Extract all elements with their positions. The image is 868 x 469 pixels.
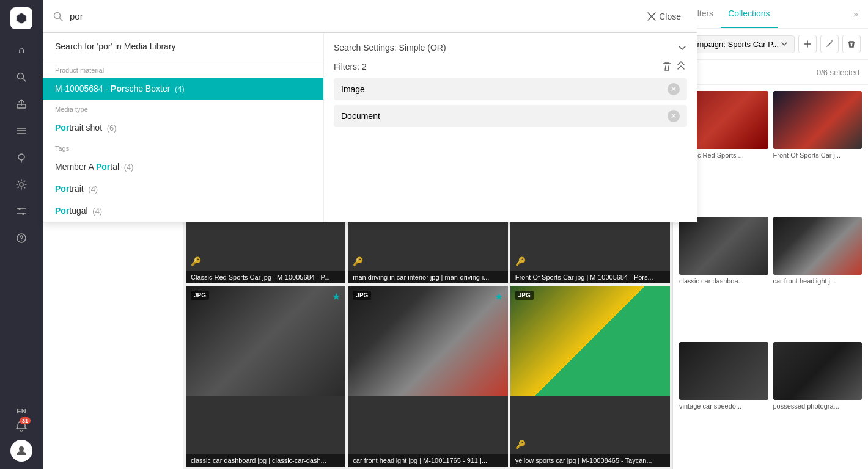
collection-item-label: Front Of Sports Car j... [773, 151, 862, 159]
search-dropdown: Search for 'por' in Media Library Produc… [43, 33, 697, 222]
search-bar: Close [43, 0, 697, 33]
left-sidebar: ⌂ EN 31 [0, 0, 43, 469]
close-icon [647, 12, 657, 21]
filter-collapse-icon[interactable] [676, 61, 687, 72]
svg-point-12 [22, 213, 24, 215]
right-panel: Filters Collections » Campaign: Sports C… [672, 0, 868, 469]
section-tags: Tags [43, 139, 323, 156]
media-item-label: classic car dashboard jpg | classic-car-… [186, 454, 345, 467]
notification-count: 31 [20, 417, 31, 424]
media-item[interactable]: JPG ★ car front headlight jpg | M-100117… [348, 286, 507, 467]
menu-icon[interactable] [10, 120, 32, 142]
filter-chip-document-label: Document [341, 111, 380, 121]
plus-icon [803, 39, 812, 49]
collection-item-label: car front headlight j... [773, 277, 862, 285]
delete-collection-button[interactable] [842, 35, 861, 53]
collection-thumbnail [773, 217, 862, 275]
suggestion-portrait[interactable]: Portrait (4) [43, 178, 323, 200]
key-icon: 🔑 [191, 256, 201, 266]
filter-actions [661, 61, 687, 72]
suggestion-portugal[interactable]: Portugal (4) [43, 200, 323, 222]
filter-clear-icon[interactable] [661, 61, 672, 72]
item-id: M-10005684 - [55, 84, 111, 93]
user-avatar[interactable] [10, 440, 32, 462]
gear-icon[interactable] [10, 173, 32, 195]
suggestion-member-a-portal[interactable]: Member A Portal (4) [43, 156, 323, 178]
share-icon[interactable] [10, 93, 32, 115]
search-in-library-link[interactable]: Search for 'por' in Media Library [43, 33, 323, 60]
search-settings-label: Search Settings: Simple (OR) [334, 43, 446, 53]
filter-chip-document-remove[interactable]: ✕ [668, 110, 680, 122]
notification-button[interactable]: 31 [15, 420, 28, 435]
svg-line-17 [60, 18, 63, 21]
key-icon: 🔑 [353, 256, 363, 266]
map-icon[interactable] [10, 147, 32, 169]
filter-chip-image-label: Image [341, 84, 365, 94]
app-logo[interactable] [10, 7, 32, 29]
media-item-label: Front Of Sports Car jpg | M-10005684 - P… [510, 271, 670, 283]
media-item-label: man driving in car interior jpg | man-dr… [348, 271, 507, 283]
key-icon: 🔑 [515, 256, 526, 266]
svg-point-6 [18, 154, 24, 160]
edit-icon [825, 39, 834, 49]
media-thumbnail [186, 286, 345, 396]
search-close-button[interactable]: Close [641, 8, 687, 25]
help-icon[interactable] [10, 227, 32, 249]
search-icon[interactable] [10, 66, 32, 88]
search-input[interactable] [70, 11, 641, 21]
tab-collections[interactable]: Collections [721, 0, 777, 28]
section-product-material: Product material [43, 60, 323, 78]
collection-item[interactable]: classic car dashboa... [679, 217, 768, 338]
collection-item[interactable]: vintage car speedo... [679, 342, 768, 463]
collections-status: ⋮ 0/6 selected [673, 60, 868, 85]
collection-item[interactable]: Front Of Sports Car j... [773, 91, 862, 212]
media-thumbnail [348, 286, 507, 396]
media-item-label: Classic Red Sports Car jpg | M-10005684 … [186, 271, 345, 283]
chevron-down-icon [781, 40, 788, 48]
media-item-label: car front headlight jpg | M-10011765 - 9… [348, 454, 507, 467]
search-settings[interactable]: Search Settings: Simple (OR) [334, 43, 687, 53]
star-icon[interactable]: ★ [495, 291, 503, 302]
filter-chip-document: Document ✕ [334, 105, 687, 127]
section-media-type: Media type [43, 100, 323, 117]
suggestion-portrait-shot[interactable]: Portrait shot (6) [43, 117, 323, 139]
svg-point-11 [18, 208, 21, 210]
media-type-badge: JPG [191, 291, 209, 300]
media-item[interactable]: JPG ★ classic car dashboard jpg | classi… [186, 286, 345, 467]
collection-item-label: classic car dashboa... [679, 277, 768, 285]
collections-toolbar: Campaign: Sports Car P... [673, 29, 868, 60]
collection-thumbnail [773, 342, 862, 400]
filter-chip-image-remove[interactable]: ✕ [668, 83, 680, 95]
suggestion-porsche-boxter[interactable]: M-10005684 - Porsche Boxter (4) [43, 78, 323, 100]
sliders-icon[interactable] [10, 200, 32, 222]
chevron-down-icon [677, 43, 687, 53]
right-panel-header: Filters Collections » [673, 0, 868, 29]
expand-icon[interactable]: » [853, 9, 858, 19]
svg-point-15 [19, 446, 24, 451]
campaign-select-label: Campaign: Sports Car P... [687, 40, 779, 49]
trash-icon [847, 39, 856, 49]
search-overlay: Close Search for 'por' in Media Library … [43, 0, 697, 222]
add-to-collection-button[interactable] [798, 35, 817, 53]
svg-line-1 [23, 79, 26, 82]
selected-count: 0/6 selected [817, 68, 859, 77]
dropdown-filters: Search Settings: Simple (OR) Filters: 2 … [324, 33, 697, 222]
media-type-badge: JPG [515, 291, 534, 300]
collection-item-label: vintage car speedo... [679, 402, 768, 410]
campaign-select[interactable]: Campaign: Sports Car P... [680, 35, 795, 53]
collection-thumbnail [679, 217, 768, 275]
collection-thumbnail [679, 342, 768, 400]
home-icon[interactable]: ⌂ [10, 39, 32, 61]
close-label: Close [659, 12, 681, 21]
collection-item[interactable]: car front headlight j... [773, 217, 862, 338]
collection-item[interactable]: possessed photogra... [773, 342, 862, 463]
dropdown-suggestions: Search for 'por' in Media Library Produc… [43, 33, 324, 222]
edit-collection-button[interactable] [820, 35, 839, 53]
search-bar-icon [53, 11, 64, 22]
media-type-badge: JPG [353, 291, 371, 300]
media-item[interactable]: JPG 🔑 yellow sports car jpg | M-10008465… [510, 286, 670, 467]
media-item-label: yellow sports car jpg | M-10008465 - Tay… [510, 454, 670, 467]
star-icon[interactable]: ★ [332, 291, 340, 302]
filters-label: Filters: 2 [334, 62, 367, 71]
language-label: EN [17, 407, 26, 415]
